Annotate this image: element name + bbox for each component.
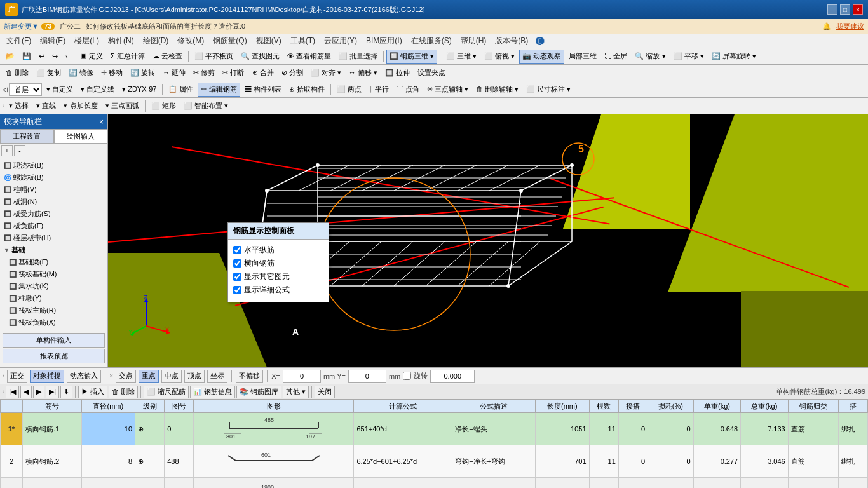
menu-rebar-qty[interactable]: 钢筋量(Q): [209, 34, 250, 48]
sidebar-item-floor-band[interactable]: 🔲 楼层板带(H): [1, 232, 106, 244]
rebar-first-btn[interactable]: |◀: [6, 386, 19, 398]
tb-line[interactable]: ▾ 直线: [33, 99, 59, 113]
menu-floor[interactable]: 楼层(L): [71, 34, 103, 48]
tb-view-rebar[interactable]: 👁 查看钢筋量: [284, 50, 334, 64]
menu-view[interactable]: 视图(V): [252, 34, 285, 48]
suggest-button[interactable]: 我要建议: [836, 22, 864, 31]
tb-find-element[interactable]: 🔍 查找图元: [238, 50, 283, 64]
coord-dynamic-input-btn[interactable]: 动态输入: [67, 370, 101, 383]
tb-arrow[interactable]: ›: [62, 50, 71, 64]
tb-rectangle[interactable]: ⬜ 矩形: [148, 99, 179, 113]
tb-redo[interactable]: ↪: [49, 50, 61, 64]
rebar-next-btn[interactable]: ▶: [33, 386, 44, 398]
coord-snap-btn[interactable]: 对象捕捉: [30, 370, 64, 383]
rebar-library-btn[interactable]: 📚 钢筋图库: [236, 386, 281, 398]
sidebar-item-slab-hole[interactable]: 🔲 板洞(N): [1, 196, 106, 208]
tb-save[interactable]: 💾: [19, 50, 34, 64]
sidebar-item-spiral-slab[interactable]: 🌀 螺旋板(B): [1, 172, 106, 184]
tab-project-settings[interactable]: 工程设置: [0, 129, 54, 144]
rebar-down-btn[interactable]: ⬇: [60, 386, 72, 398]
tb-split[interactable]: ⊘ 分割: [278, 66, 306, 80]
sidebar-item-sump[interactable]: 🔲 集水坑(K): [6, 280, 106, 292]
sidebar-item-slab-stress[interactable]: 🔲 板受力筋(S): [1, 208, 106, 220]
rebar-prev-btn[interactable]: ◀: [20, 386, 32, 398]
y-input[interactable]: [348, 370, 386, 383]
checkbox-show-formula[interactable]: [233, 286, 241, 294]
x-input[interactable]: [283, 370, 321, 383]
tb-copy[interactable]: ⬜ 复制: [33, 66, 64, 80]
tb-point-length[interactable]: ▾ 点加长度: [60, 99, 100, 113]
tb-custom[interactable]: ▾ 自定义: [43, 83, 76, 97]
tb-point-angle[interactable]: ⌒ 点角: [393, 83, 423, 97]
tb-sum[interactable]: Σ 汇总计算: [107, 50, 148, 64]
tb-zoom[interactable]: 🔍 缩放 ▾: [632, 50, 668, 64]
tb-break[interactable]: ✂ 打断: [219, 66, 247, 80]
menu-online[interactable]: 在线服务(S): [407, 34, 456, 48]
report-preview-btn[interactable]: 报表预览: [3, 349, 105, 363]
sidebar-item-slab-neg[interactable]: 🔲 板负筋(F): [1, 220, 106, 232]
tb-cloud-check[interactable]: ☁ 云检查: [149, 50, 186, 64]
tb-pick-component[interactable]: ⊕ 拾取构件: [286, 83, 328, 97]
menu-draw[interactable]: 绘图(D): [139, 34, 173, 48]
rebar-info-btn[interactable]: 📊 钢筋信息: [190, 386, 235, 398]
tb-component-list[interactable]: ☰ 构件列表: [241, 83, 285, 97]
table-row[interactable]: 2 横向钢筋.2 8 ⊕ 488 601 6.25*d+: [1, 445, 868, 478]
sidebar-add-icon[interactable]: +: [1, 145, 13, 156]
tb-top-view[interactable]: ⬜ 俯视 ▾: [481, 50, 518, 64]
tb-set-grip[interactable]: 设置夹点: [414, 66, 449, 80]
coord-no-offset-btn[interactable]: 不偏移: [236, 370, 263, 383]
tb-rotate-screen[interactable]: 🔄 屏幕旋转 ▾: [709, 50, 759, 64]
tb-two-points[interactable]: ⬜ 两点: [334, 83, 365, 97]
menu-help[interactable]: 帮助(H): [457, 34, 491, 48]
rotate-input[interactable]: [430, 370, 475, 383]
minimize-button[interactable]: _: [827, 4, 837, 15]
snap-coord-btn[interactable]: 坐标: [207, 370, 227, 383]
checkbox-transverse[interactable]: [233, 259, 241, 268]
rebar-table-container[interactable]: 筋号 直径(mm) 级别 图号 图形 计算公式 公式描述 长度(mm) 根数 接…: [0, 400, 868, 488]
window-controls[interactable]: _ □ ×: [827, 4, 863, 15]
sidebar-item-raft-main-rebar[interactable]: 🔲 筏板主筋(R): [6, 304, 106, 316]
tb-level-plate[interactable]: ⬜ 平齐板页: [191, 50, 236, 64]
tb-trim[interactable]: ✂ 修剪: [190, 66, 218, 80]
tb-merge[interactable]: ⊕ 合并: [249, 66, 277, 80]
tb-stretch[interactable]: 🔲 拉伸: [382, 66, 413, 80]
coord-orthogonal-btn[interactable]: 正交: [7, 370, 27, 383]
menu-cloud[interactable]: 云应用(Y): [320, 34, 361, 48]
tb-smart-layout[interactable]: ⬜ 智能布置 ▾: [180, 99, 231, 113]
snap-midpoint-btn[interactable]: 重点: [139, 370, 159, 383]
tb-local-3d[interactable]: 局部三维: [566, 50, 600, 64]
menu-component[interactable]: 构件(N): [104, 34, 138, 48]
menu-tools[interactable]: 工具(T): [287, 34, 319, 48]
tb-delete-axis[interactable]: 🗑 删除辅轴 ▾: [473, 83, 522, 97]
menu-edit[interactable]: 编辑(E): [36, 34, 69, 48]
tb-open-folder[interactable]: 📂: [3, 50, 18, 64]
rebar-scale-btn[interactable]: ⬜ 缩尺配筋: [144, 386, 189, 398]
tb-dimension[interactable]: ⬜ 尺寸标注 ▾: [523, 83, 574, 97]
tb-parallel[interactable]: ‖ 平行: [366, 83, 392, 97]
tb-extend[interactable]: ↔ 延伸: [159, 66, 189, 80]
sidebar-item-column-pier[interactable]: 🔲 柱墩(Y): [6, 292, 106, 304]
tb-edit-rebar[interactable]: ✏ 编辑钢筋: [198, 83, 240, 97]
tb-dynamic-observe[interactable]: 📷 动态观察: [519, 50, 564, 64]
tb-rotate[interactable]: 🔄 旋转: [127, 66, 158, 80]
tb-offset[interactable]: ↔ 偏移 ▾: [346, 66, 381, 80]
tb-three-point-arc[interactable]: ▾ 三点画弧: [102, 99, 142, 113]
tb-custom-line[interactable]: ▾ 自定义线: [78, 83, 118, 97]
menu-bim[interactable]: BIM应用(I): [362, 34, 406, 48]
sidebar-item-column-cap[interactable]: 🔲 柱帽(V): [1, 184, 106, 196]
sidebar-item-foundation-beam[interactable]: 🔲 基础梁(F): [6, 256, 106, 268]
tb-delete[interactable]: 🗑 删除: [3, 66, 32, 80]
checkbox-horizontal-long[interactable]: [233, 246, 241, 254]
single-component-input-btn[interactable]: 单构件输入: [3, 333, 105, 348]
rotate-checkbox[interactable]: [403, 372, 411, 380]
sidebar-item-cast-slab[interactable]: 🔲 现浇板(B): [1, 159, 106, 172]
tb-rebar-3d[interactable]: 🔲 钢筋三维 ▾: [386, 50, 437, 64]
new-update-button[interactable]: 新建变更▼: [4, 22, 39, 31]
table-row[interactable]: 3 水平纵筋.1 8 ⊕ 3 1900 1900+12.: [1, 478, 868, 489]
tb-batch-select[interactable]: ⬜ 批量选择: [336, 50, 381, 64]
sidebar-item-raft-foundation[interactable]: 🔲 筏板基础(M): [6, 268, 106, 280]
tb-move[interactable]: ✛ 移动: [98, 66, 126, 80]
tb-fullscreen[interactable]: ⛶ 全屏: [601, 50, 630, 64]
sidebar-section-foundation[interactable]: ▼ 基础: [1, 244, 106, 256]
rebar-delete-btn[interactable]: 🗑 删除: [109, 386, 138, 398]
